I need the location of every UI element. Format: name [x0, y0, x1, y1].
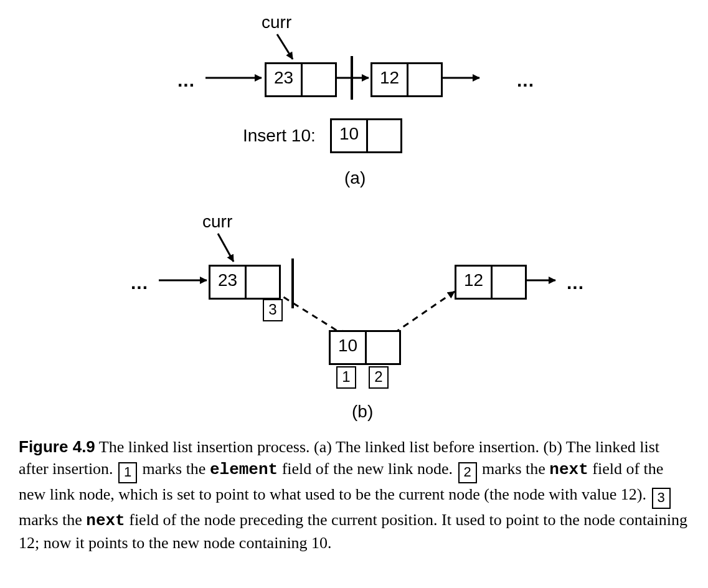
curr-label-a: curr [262, 12, 291, 32]
ellipsis-left-a: ... [177, 70, 195, 91]
figure-summary: The linked list insertion process. [99, 438, 310, 456]
insert-label: Insert 10: [243, 126, 316, 146]
node-12-b: 12 [455, 265, 527, 300]
step-marker-2: 2 [369, 366, 389, 389]
step-marker-3: 3 [263, 299, 283, 321]
node-10-value-a: 10 [332, 120, 366, 148]
step-marker-1: 1 [336, 366, 356, 389]
caption-step-2a: marks the [482, 460, 545, 478]
node-12-a: 12 [371, 62, 443, 97]
diagram-part-b: curr ... 23 3 10 1 2 12 ... (b) [19, 199, 689, 430]
curr-label-b: curr [202, 212, 232, 232]
node-23-b: 23 [209, 265, 281, 300]
diagram-b-svg [19, 199, 689, 430]
part-a-label: (a) [344, 168, 366, 188]
caption-step-1a: marks the [143, 460, 206, 478]
diagram-a-svg [19, 12, 689, 193]
caption-step-1b: field of the new link node. [282, 460, 453, 478]
node-23-value: 23 [267, 64, 301, 92]
caption-step-3-box: 3 [652, 488, 671, 509]
ellipsis-right-b: ... [567, 272, 584, 293]
diagram-part-a: curr ... 23 12 ... Insert 10: 10 (a) [19, 12, 689, 193]
ellipsis-right-a: ... [517, 70, 534, 91]
node-10-b: 10 [329, 330, 401, 365]
caption-step-2-field: next [549, 460, 588, 479]
figure-caption: Figure 4.9 The linked list insertion pro… [19, 436, 689, 554]
node-12-value: 12 [372, 64, 407, 92]
node-12-value-b: 12 [456, 267, 491, 294]
node-10-a: 10 [330, 118, 402, 153]
svg-line-10 [218, 234, 234, 262]
part-b-label: (b) [352, 402, 373, 422]
caption-step-1-field: element [210, 460, 278, 479]
caption-step-3-field: next [86, 511, 125, 530]
node-10-value-b: 10 [331, 332, 365, 359]
svg-line-4 [277, 34, 293, 59]
ellipsis-left-b: ... [131, 272, 148, 293]
caption-step-1-box: 1 [118, 462, 137, 483]
node-23-a: 23 [265, 62, 337, 97]
caption-step-3a: marks the [19, 511, 82, 529]
node-23-value-b: 23 [210, 267, 245, 294]
figure-number: Figure 4.9 [19, 437, 95, 456]
figure-part-a-text: (a) The linked list before insertion. [314, 438, 539, 456]
caption-step-2-box: 2 [458, 462, 477, 483]
